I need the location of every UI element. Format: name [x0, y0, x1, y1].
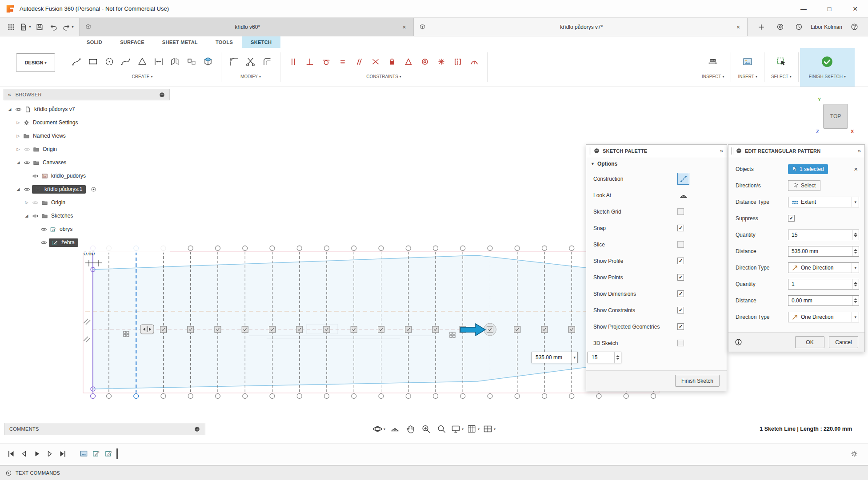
expand-arrow-icon[interactable]: ▷ — [15, 134, 22, 138]
dimension-tool-icon[interactable] — [152, 54, 165, 70]
view-cube[interactable]: Y TOP Z X — [816, 97, 857, 136]
save-icon[interactable] — [33, 20, 46, 35]
go-to-end-icon[interactable] — [57, 448, 68, 460]
info-icon[interactable] — [735, 338, 742, 346]
expand-arrow-icon[interactable]: ▷ — [15, 120, 22, 125]
show-dimensions-checkbox[interactable]: ✓ — [677, 290, 684, 297]
new-tab-plus-icon[interactable] — [755, 20, 768, 35]
canvas-feature-icon[interactable] — [78, 448, 89, 460]
ribbon-tab-solid[interactable]: SOLID — [78, 36, 111, 48]
perpendicular-constraint-icon[interactable] — [304, 54, 316, 70]
sketch-feature-icon[interactable] — [91, 448, 101, 460]
visibility-eye-icon[interactable] — [22, 146, 32, 153]
group-label-select[interactable]: SELECT▾ — [771, 74, 792, 79]
trim-tool-icon[interactable] — [244, 54, 257, 70]
maximize-icon[interactable]: □ — [816, 0, 842, 17]
pattern-distance-input[interactable]: 535.00 mm ▾ — [532, 352, 578, 363]
3d-sketch-checkbox[interactable] — [677, 340, 684, 346]
cancel-button[interactable]: Cancel — [829, 336, 858, 348]
undo-icon[interactable] — [47, 20, 60, 35]
collapse-browser-icon[interactable]: « — [8, 91, 11, 98]
minimize-icon[interactable]: — — [791, 0, 816, 17]
viewports-icon[interactable]: ▾ — [483, 422, 496, 436]
browser-item-obrys[interactable]: obrys — [4, 222, 170, 236]
display-settings-icon[interactable]: ▾ — [451, 422, 464, 436]
collapse-arrow-icon[interactable]: ◢ — [23, 214, 30, 218]
browser-item-sketches[interactable]: ◢Sketches — [4, 209, 170, 222]
options-section-header[interactable]: ▼ Options — [586, 157, 727, 171]
visibility-eye-icon[interactable] — [22, 186, 32, 193]
collapse-arrow-icon[interactable]: ◢ — [6, 107, 13, 111]
direction-type-dropdown[interactable]: One Direction▾ — [788, 262, 859, 273]
panel-drag-grip[interactable] — [731, 147, 733, 155]
construction-toggle-button[interactable] — [677, 173, 689, 185]
pattern-tool-icon[interactable] — [185, 54, 198, 70]
group-label-constraints[interactable]: CONSTRAINTS▾ — [366, 74, 401, 79]
workspace-selector[interactable]: DESIGN ▾ — [16, 53, 55, 72]
symmetry-constraint-icon[interactable] — [452, 54, 464, 70]
quantity-input[interactable]: 1 — [788, 279, 859, 290]
dropdown-arrow-icon[interactable]: ▾ — [852, 197, 859, 207]
spinner-arrows-icon[interactable] — [614, 352, 621, 363]
redo-icon[interactable]: ▾ — [61, 20, 75, 35]
spinner-arrows-icon[interactable] — [852, 246, 859, 256]
go-to-start-icon[interactable] — [5, 448, 17, 460]
sketch-feature-icon[interactable] — [103, 448, 114, 460]
tangent-constraint-icon[interactable] — [320, 54, 332, 70]
collapse-panel-icon[interactable] — [736, 147, 742, 154]
view-cube-top-face[interactable]: TOP — [823, 104, 848, 129]
rectangle-tool-icon[interactable] — [87, 54, 99, 70]
panel-drag-grip[interactable] — [589, 147, 591, 155]
close-tab-icon[interactable]: × — [735, 24, 742, 31]
step-forward-icon[interactable] — [44, 448, 56, 460]
visibility-eye-icon[interactable] — [30, 173, 40, 179]
close-tab-icon[interactable]: × — [400, 24, 408, 31]
browser-item-ebra[interactable]: žebra — [4, 236, 170, 249]
project-tool-icon[interactable] — [202, 54, 214, 70]
expand-arrow-icon[interactable]: ▷ — [15, 147, 22, 151]
browser-item-k-dlo-p-dorys-v7[interactable]: ◢křídlo půdorys v7 — [4, 103, 170, 116]
vertical-constraint-icon[interactable] — [287, 54, 300, 70]
timeline-settings-gear-icon[interactable] — [850, 450, 858, 458]
file-icon[interactable]: ▾ — [19, 20, 32, 35]
fix-lock-constraint-icon[interactable] — [386, 54, 398, 70]
finish-sketch-icon[interactable] — [821, 54, 833, 70]
ribbon-tab-sketch[interactable]: SKETCH — [242, 36, 280, 48]
slice-checkbox[interactable] — [677, 241, 684, 248]
sketch-grid-checkbox[interactable] — [677, 208, 684, 215]
document-tab-1[interactable]: křídlo v60*× — [80, 18, 414, 36]
mirror-tool-icon[interactable] — [169, 54, 181, 70]
browser-item-k-dlo-p-dorys-1[interactable]: ◢křídlo půdorys:1 — [4, 182, 170, 196]
ribbon-tab-tools[interactable]: TOOLS — [207, 36, 242, 48]
select-tool-icon[interactable] — [775, 54, 788, 70]
show-points-checkbox[interactable]: ✓ — [677, 274, 684, 281]
collapse-arrow-icon[interactable]: ◢ — [15, 187, 22, 191]
equal-constraint-icon[interactable] — [336, 54, 349, 70]
play-icon[interactable] — [31, 448, 43, 460]
notifications-clock-icon[interactable] — [792, 20, 805, 35]
fillet-tool-icon[interactable] — [228, 54, 240, 70]
collinear-constraint-icon[interactable] — [369, 54, 382, 70]
direction-select-button[interactable]: Select — [788, 180, 820, 191]
look-at-icon[interactable] — [388, 422, 401, 436]
polygon-tool-icon[interactable] — [136, 54, 148, 70]
concentric-constraint-icon[interactable] — [419, 54, 431, 70]
user-account-button[interactable]: Libor Kolman — [811, 24, 842, 30]
objects-selected-badge[interactable]: 1 selected — [788, 164, 828, 174]
grid-settings-icon[interactable]: ▾ — [467, 422, 480, 436]
visibility-eye-icon[interactable] — [39, 226, 48, 233]
pattern-quantity-input[interactable]: 15 — [588, 352, 621, 363]
visibility-eye-icon[interactable] — [30, 213, 40, 219]
spinner-arrows-icon[interactable] — [852, 279, 859, 289]
orbit-icon[interactable]: ▾ — [372, 422, 385, 436]
insert-image-tool-icon[interactable] — [741, 54, 754, 70]
fit-icon[interactable] — [435, 422, 448, 436]
polygon-constraint-icon[interactable] — [402, 54, 415, 70]
document-tab-2[interactable]: křídlo půdorys v7*× — [414, 18, 748, 36]
spinner-arrows-icon[interactable] — [852, 296, 859, 305]
dock-panel-icon[interactable]: » — [858, 147, 861, 154]
ok-button[interactable]: OK — [795, 336, 824, 348]
expand-arrow-icon[interactable]: ▷ — [23, 200, 30, 205]
show-constraints-checkbox[interactable]: ✓ — [677, 307, 684, 313]
direction-type-dropdown[interactable]: One Direction▾ — [788, 312, 859, 322]
